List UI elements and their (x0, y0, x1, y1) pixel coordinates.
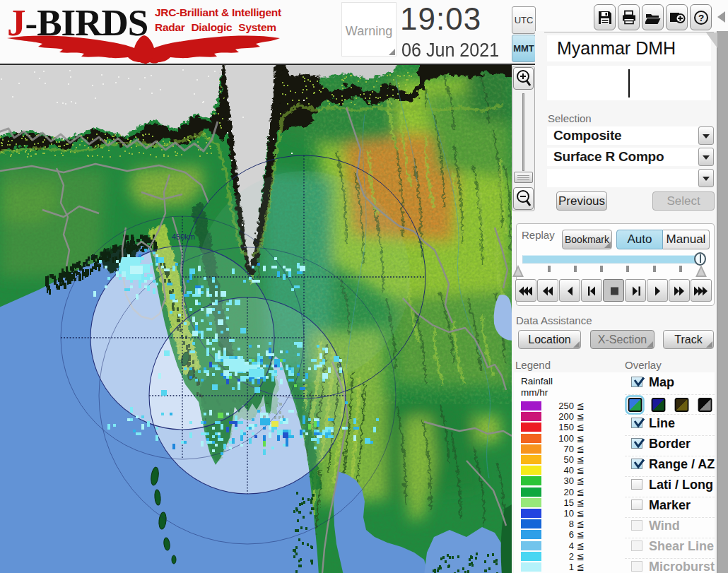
svg-text:450km: 450km (172, 232, 195, 241)
svg-text:?: ? (698, 13, 704, 23)
